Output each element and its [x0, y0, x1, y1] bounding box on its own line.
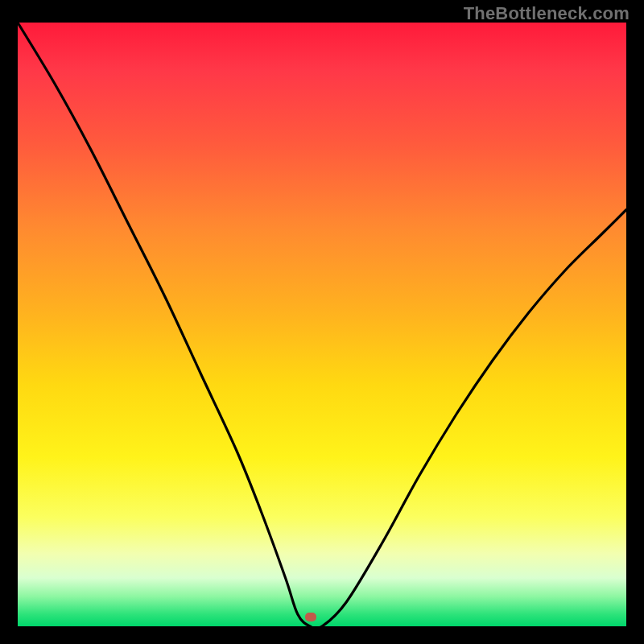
bottleneck-curve-path — [18, 23, 626, 629]
chart-frame: TheBottleneck.com — [0, 0, 644, 644]
curve-svg — [18, 23, 626, 626]
watermark-text: TheBottleneck.com — [464, 3, 630, 24]
optimal-marker — [305, 613, 316, 621]
plot-area — [18, 23, 626, 626]
